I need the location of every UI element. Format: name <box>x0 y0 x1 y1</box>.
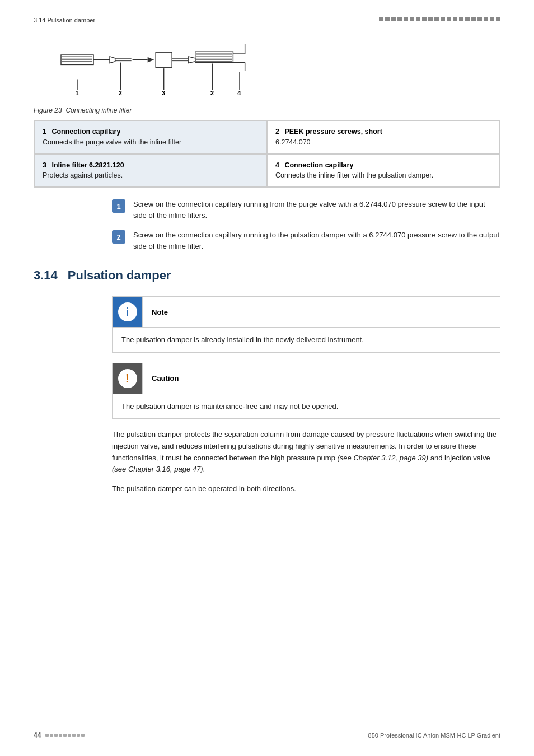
header-dot-5 <box>404 17 408 21</box>
header-dot-12 <box>447 17 451 21</box>
header-dot-1 <box>379 17 383 21</box>
note-box: i Note The pulsation damper is already i… <box>112 296 500 353</box>
figure-cell-title-4: Connection capillary <box>284 161 353 169</box>
figure-diagram: 1 2 <box>34 35 500 102</box>
section-heading: 3.14 Pulsation damper <box>34 268 500 283</box>
svg-text:1: 1 <box>75 90 79 96</box>
header-dot-7 <box>416 17 420 21</box>
caution-title: Caution <box>152 374 179 382</box>
section-number: 3.14 <box>34 268 58 283</box>
step-text-2: Screw on the connection capillary runnin… <box>133 230 500 251</box>
caution-title-area: Caution <box>143 363 500 394</box>
figure-caption-text: Connecting inline filter <box>65 106 132 114</box>
svg-text:2: 2 <box>210 90 214 96</box>
caution-box: ! Caution The pulsation damper is mainte… <box>112 363 500 419</box>
svg-marker-15 <box>148 57 154 63</box>
header-dot-18 <box>484 17 488 21</box>
caution-icon-area: ! <box>113 363 143 394</box>
figure-cell-num-3: 3 <box>43 160 46 171</box>
figure-cell-1: 1 Connection capillary Connects the purg… <box>34 120 267 154</box>
header-dot-16 <box>471 17 476 21</box>
step-num-2: 2 <box>112 230 125 244</box>
header-dot-14 <box>459 17 463 21</box>
figure-cell-desc-3: Protects against particles. <box>43 171 123 179</box>
footer-dots <box>45 734 85 737</box>
header-dot-13 <box>453 17 457 21</box>
note-icon-inner: i <box>118 302 137 321</box>
page-footer: 44 850 Professional IC Anion MSM-HC LP G… <box>34 731 500 739</box>
figure-cell-title-1: Connection capillary <box>51 128 120 136</box>
header-dot-19 <box>490 17 494 21</box>
caution-icon-symbol: ! <box>125 371 129 386</box>
step-1: 1 Screw on the connection capillary runn… <box>112 199 500 221</box>
figure-cell-4: 4 Connection capillary Connects the inli… <box>267 154 500 188</box>
header-dot-3 <box>391 17 396 21</box>
body-paragraph-2: The pulsation damper can be operated in … <box>112 483 500 495</box>
figure-cell-desc-4: Connects the inline filter with the puls… <box>275 171 433 179</box>
step-num-1: 1 <box>112 199 125 213</box>
figure-label: Figure 23 <box>34 106 62 114</box>
page-number: 44 <box>34 731 41 739</box>
figure-cell-desc-1: Connects the purge valve with the inline… <box>43 138 181 146</box>
header-dot-4 <box>397 17 402 21</box>
figure-cell-2: 2 PEEK pressure screws, short 6.2744.070 <box>267 120 500 154</box>
section-title: Pulsation damper <box>68 268 171 283</box>
caution-header: ! Caution <box>113 363 500 394</box>
figure-caption: Figure 23 Connecting inline filter <box>34 106 500 114</box>
header-decoration <box>379 17 500 21</box>
header-dot-10 <box>434 17 439 21</box>
header-dot-9 <box>428 17 433 21</box>
header-dot-6 <box>410 17 414 21</box>
step-2: 2 Screw on the connection capillary runn… <box>112 230 500 251</box>
footer-left: 44 <box>34 731 85 739</box>
figure-cell-num-4: 4 <box>275 160 279 171</box>
note-body: The pulsation damper is already installe… <box>113 328 500 352</box>
svg-marker-21 <box>188 57 195 63</box>
note-title: Note <box>152 308 168 316</box>
body-paragraph-1: The pulsation damper protects the separa… <box>112 429 500 475</box>
figure-cell-num-2: 2 <box>275 127 279 137</box>
note-title-area: Note <box>143 297 500 327</box>
svg-text:2: 2 <box>118 90 121 96</box>
step-text-1: Screw on the connection capillary runnin… <box>133 199 500 221</box>
caution-body: The pulsation damper is maintenance-free… <box>113 394 500 419</box>
header-dot-17 <box>477 17 482 21</box>
svg-rect-16 <box>156 52 172 67</box>
svg-text:3: 3 <box>162 90 166 96</box>
diagram-svg: 1 2 <box>45 39 369 98</box>
svg-text:4: 4 <box>237 90 241 96</box>
figure-cell-num-1: 1 <box>43 127 46 137</box>
figure-cell-3: 3 Inline filter 6.2821.120 Protects agai… <box>34 154 267 188</box>
page-header: 3.14 Pulsation damper <box>34 17 500 24</box>
caution-icon-inner: ! <box>118 369 137 388</box>
header-dot-20 <box>496 17 500 21</box>
header-dot-8 <box>422 17 427 21</box>
svg-marker-9 <box>110 57 115 63</box>
header-dot-11 <box>441 17 445 21</box>
figure-table: 1 Connection capillary Connects the purg… <box>34 120 500 188</box>
header-dot-2 <box>385 17 390 21</box>
figure-cell-title-3: Inline filter 6.2821.120 <box>51 161 124 169</box>
figure-container: 1 2 <box>34 35 500 188</box>
note-icon-letter: i <box>126 306 129 319</box>
page: 3.14 Pulsation damper <box>0 0 534 756</box>
footer-doc-title: 850 Professional IC Anion MSM-HC LP Grad… <box>368 732 500 739</box>
figure-cell-title-2: PEEK pressure screws, short <box>284 128 382 136</box>
note-header: i Note <box>113 297 500 328</box>
note-icon-area: i <box>113 297 143 327</box>
figure-cell-desc-2: 6.2744.070 <box>275 138 311 146</box>
header-dot-15 <box>465 17 470 21</box>
header-section-title: 3.14 Pulsation damper <box>34 17 95 24</box>
steps-container: 1 Screw on the connection capillary runn… <box>112 199 500 251</box>
